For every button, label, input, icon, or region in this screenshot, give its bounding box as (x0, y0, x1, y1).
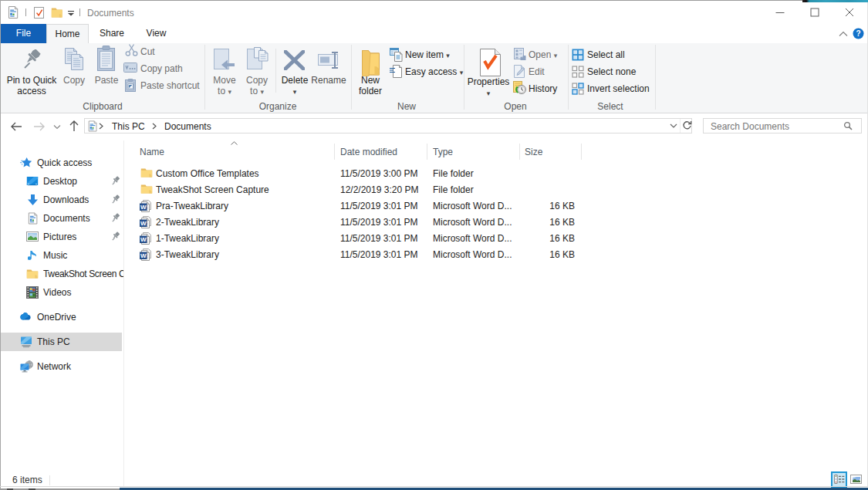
svg-text:?: ? (856, 29, 860, 38)
